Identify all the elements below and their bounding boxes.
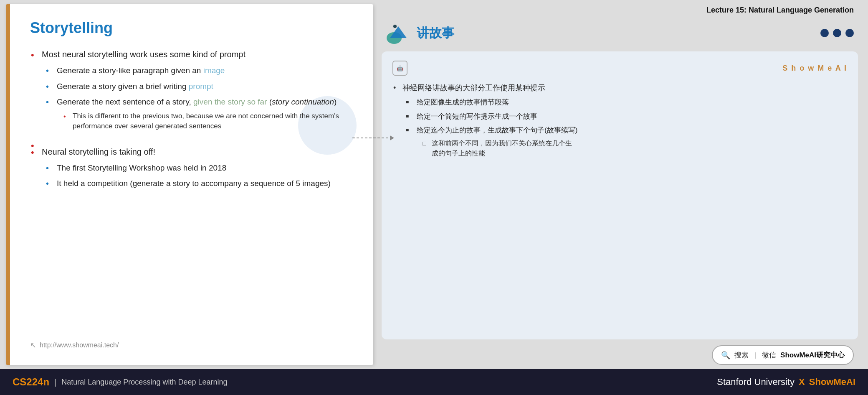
sub-sub-list-1: This is different to the previous two, b… (57, 111, 357, 132)
sub-bullet-1-2: Generate a story given a brief writing p… (46, 81, 357, 92)
main-bullet-list: Most neural storytelling work uses some … (30, 48, 357, 341)
main-container: Storytelling Most neural storytelling wo… (0, 0, 868, 395)
search-bar: 🔍 搜索 | 微信 ShowMeAI研究中心 (382, 345, 858, 365)
cn-sub-1-3: 给定迄今为止的故事，生成故事下个句子(故事续写) 这和前两个不同，因为我们不关心… (406, 125, 847, 158)
sub-list-1: Generate a story-like paragraph given an… (42, 65, 357, 132)
lecture-title: Lecture 15: Natural Language Generation (382, 4, 858, 15)
search-wechat: 微信 (762, 350, 776, 360)
highlight-image: image (203, 66, 225, 75)
search-icon: 🔍 (721, 351, 730, 360)
bottom-subtitle: Natural Language Processing with Deep Le… (61, 378, 227, 387)
sub-bullet-2-2: It held a competition (generate a story … (46, 178, 357, 189)
bullet-2: Neural storytelling is taking off! The f… (30, 146, 357, 189)
sub-bullet-1-1: Generate a story-like paragraph given an… (46, 65, 357, 76)
cn-sub-sub-1: 这和前两个不同，因为我们不关心系统在几个生成的句子上的性能 (423, 138, 847, 158)
right-header: 讲故事 (382, 20, 858, 46)
cursor-icon: ↖ (30, 341, 36, 350)
translation-card: 🤖 S h o w M e A I 神经网络讲故事的大部分工作使用某种提示 给定… (382, 51, 858, 339)
cn-bullet-list: 神经网络讲故事的大部分工作使用某种提示 给定图像生成的故事情节段落 给定一个简短… (392, 82, 847, 158)
footer-url: http://www.showmeai.tech/ (40, 341, 119, 349)
card-header: 🤖 S h o w M e A I (392, 61, 847, 76)
svg-marker-3 (390, 26, 407, 38)
story-icon (386, 20, 411, 46)
stanford-label: Stanford University (717, 377, 795, 387)
cn-sub-1-2: 给定一个简短的写作提示生成一个故事 (406, 111, 847, 122)
slide-panel: Storytelling Most neural storytelling wo… (6, 4, 373, 365)
bottom-divider: | (54, 377, 56, 387)
sub-list-2: The first Storytelling Workshop was held… (42, 162, 357, 189)
search-divider: | (754, 351, 756, 359)
italic-story-continuation: story continuation (272, 97, 334, 106)
dot-2 (833, 29, 841, 37)
spacer: . (30, 139, 357, 142)
dot-1 (820, 29, 829, 37)
highlight-story-so-far: given the story so far (193, 97, 267, 106)
dot-3 (845, 29, 854, 37)
ai-badge-text: 🤖 (397, 65, 403, 71)
svg-point-4 (393, 25, 397, 28)
slide-title: Storytelling (30, 19, 357, 37)
x-mark: X (799, 377, 805, 387)
cs224n-label: CS224n (13, 376, 49, 388)
right-panel: Lecture 15: Natural Language Generation (373, 4, 862, 365)
cn-sub-sub-list-1: 这和前两个不同，因为我们不关心系统在几个生成的句子上的性能 (417, 138, 847, 158)
cn-sub-1-1: 给定图像生成的故事情节段落 (406, 97, 847, 108)
chinese-title-row: 讲故事 (386, 20, 454, 46)
search-bold-text: ShowMeAI研究中心 (780, 350, 845, 360)
showmeai-right-label: ShowMeAI (809, 377, 855, 387)
ai-badge: 🤖 (392, 61, 407, 76)
bullet-1: Most neural storytelling work uses some … (30, 48, 357, 132)
sub-bullet-2-1: The first Storytelling Workshop was held… (46, 162, 357, 174)
bottom-right: Stanford University X ShowMeAI (717, 377, 855, 387)
sub-sub-bullet-1: This is different to the previous two, b… (63, 111, 357, 132)
search-text: 搜索 (734, 350, 749, 360)
bottom-left: CS224n | Natural Language Processing wit… (13, 376, 228, 388)
cn-bullet-1: 神经网络讲故事的大部分工作使用某种提示 给定图像生成的故事情节段落 给定一个简短… (392, 82, 847, 158)
bullet-2-text: Neural storytelling is taking off! (42, 147, 155, 156)
right-content: 讲故事 🤖 S h o w M e A I (382, 20, 858, 365)
chinese-title: 讲故事 (417, 25, 454, 42)
sub-bullet-1-3: Generate the next sentence of a story, g… (46, 96, 357, 132)
cn-bullet-1-text: 神经网络讲故事的大部分工作使用某种提示 (402, 84, 545, 92)
cn-sub-list-1: 给定图像生成的故事情节段落 给定一个简短的写作提示生成一个故事 给定迄今为止的故… (402, 97, 847, 158)
search-box[interactable]: 🔍 搜索 | 微信 ShowMeAI研究中心 (712, 345, 854, 365)
showmeai-label: S h o w M e A I (782, 64, 847, 73)
bullet-1-text: Most neural storytelling work uses some … (42, 50, 245, 59)
slide-footer: ↖ http://www.showmeai.tech/ (30, 341, 357, 350)
dot-nav (820, 29, 854, 37)
bottom-bar: CS224n | Natural Language Processing wit… (0, 369, 868, 395)
content-area: Storytelling Most neural storytelling wo… (0, 0, 868, 369)
highlight-prompt: prompt (189, 82, 213, 91)
